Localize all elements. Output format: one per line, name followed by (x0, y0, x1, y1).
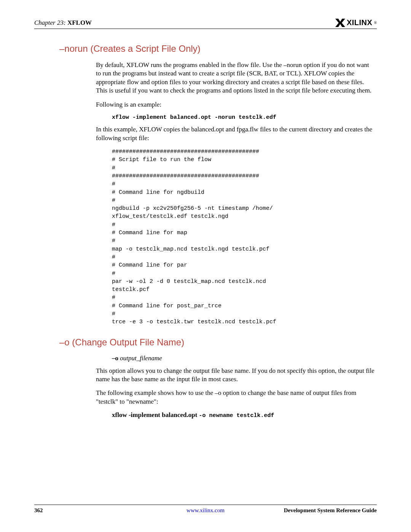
section-heading-o: –o (Change Output File Name) (59, 337, 377, 348)
svg-marker-0 (335, 19, 345, 27)
page-footer: 362 www.xilinx.com Development System Re… (34, 505, 377, 514)
section-norun-body: By default, XFLOW runs the programs enab… (96, 61, 374, 326)
para-o-2: The following example shows how to use t… (96, 389, 374, 406)
xilinx-logo: XILINX® (335, 18, 377, 27)
page-header: Chapter 23: XFLOW XILINX® (34, 18, 377, 29)
para-norun-2: Following is an example: (96, 101, 374, 109)
chapter-title: XFLOW (67, 19, 92, 26)
logo-registered-icon: ® (374, 21, 377, 25)
syntax-o: –o output_filename (112, 355, 374, 362)
chapter-label: Chapter 23: XFLOW (34, 19, 92, 27)
logo-text: XILINX (347, 18, 372, 27)
para-o-1: This option allows you to change the out… (96, 367, 374, 384)
cmd-o-example: xflow -implement balanced.opt -o newname… (112, 411, 374, 419)
footer-url-link[interactable]: www.xilinx.com (186, 507, 225, 514)
cmd-o-serif-part: xflow -implement balanced.opt (112, 411, 199, 419)
page-number: 362 (34, 507, 43, 514)
xilinx-logo-icon (335, 19, 345, 27)
cmd-norun-example: xflow -implement balanced.opt -norun tes… (112, 114, 374, 121)
syntax-arg: output_filename (120, 355, 162, 362)
footer-guide-title: Development System Reference Guide (284, 507, 377, 514)
para-norun-3: In this example, XFLOW copies the balanc… (96, 125, 374, 142)
script-file-output: ########################################… (112, 148, 374, 326)
section-heading-norun: –norun (Creates a Script File Only) (59, 43, 377, 54)
cmd-o-mono-part: -o newname testclk.edf (199, 412, 274, 419)
para-norun-1: By default, XFLOW runs the programs enab… (96, 61, 374, 95)
chapter-prefix: Chapter 23: (34, 19, 66, 26)
syntax-flag: –o (112, 355, 118, 362)
section-o-body: –o output_filename This option allows yo… (96, 355, 374, 419)
